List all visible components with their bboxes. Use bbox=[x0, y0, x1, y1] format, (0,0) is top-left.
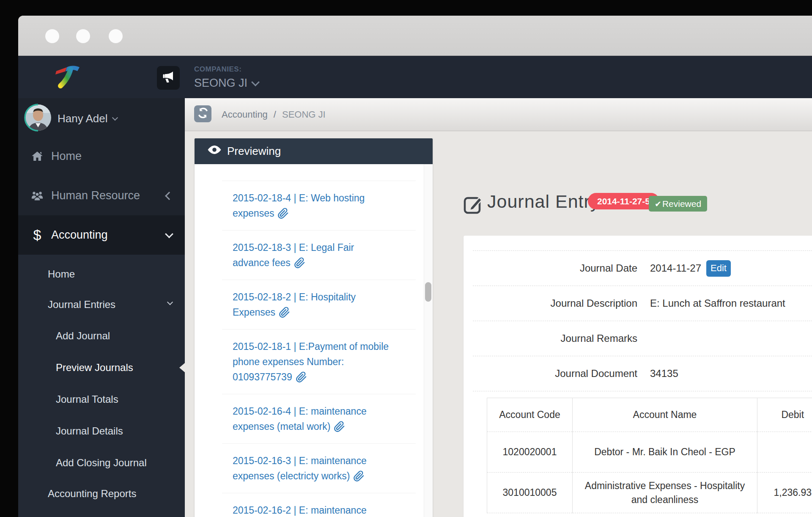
sidebar-item-label: Accounting bbox=[51, 228, 108, 242]
announcements-button[interactable] bbox=[157, 66, 180, 90]
paperclip-icon bbox=[294, 257, 305, 269]
field-label: Journal Remarks bbox=[473, 333, 637, 344]
megaphone-icon bbox=[162, 70, 175, 85]
chevron-down-icon bbox=[112, 115, 118, 121]
minimize-window-button[interactable] bbox=[76, 29, 90, 43]
table-header-row: Account Code Account Name Debit bbox=[487, 398, 812, 432]
journal-entry-panel: Journal Date 2014-11-27 Edit Journal Des… bbox=[464, 236, 812, 517]
list-item: 2015-02-18-4 | E: Web hosting expenses bbox=[222, 181, 416, 230]
table-row: 3010010005 Administrative Expenses - Hos… bbox=[487, 473, 812, 513]
sidebar-item-label: Add Closing Journal bbox=[56, 457, 147, 468]
users-icon bbox=[31, 190, 44, 202]
chevron-down-icon bbox=[165, 230, 173, 238]
sidebar-item-home[interactable]: Home bbox=[18, 137, 185, 176]
column-header-debit: Debit bbox=[757, 398, 812, 432]
column-header-account-name: Account Name bbox=[573, 398, 757, 432]
field-label: Journal Date bbox=[473, 262, 637, 274]
sidebar-item-add-journal[interactable]: Add Journal bbox=[18, 320, 185, 352]
paperclip-icon bbox=[334, 421, 345, 432]
sidebar-item-accounting-settings[interactable]: Accounting Settings bbox=[18, 509, 185, 517]
journal-link[interactable]: 2015-02-16-2 | E: maintenance bbox=[233, 505, 367, 516]
field-label: Journal Document bbox=[473, 368, 637, 380]
list-item: 2015-02-18-1 | E:Payment of mobile phone… bbox=[222, 329, 416, 394]
journal-date-value: 2014-11-27 bbox=[650, 262, 701, 274]
accounts-table: Account Code Account Name Debit 10200200… bbox=[487, 398, 812, 513]
journal-link-label: 2015-02-18-2 | E: Hospitality Expenses bbox=[233, 292, 356, 318]
sidebar-item-label: Preview Journals bbox=[56, 362, 133, 373]
chevron-down-icon bbox=[167, 299, 173, 305]
journal-link[interactable]: 2015-02-16-3 | E: maintenance expenses (… bbox=[233, 455, 367, 481]
journal-link-label: 2015-02-16-3 | E: maintenance expenses (… bbox=[233, 455, 367, 481]
journal-link-label: 2015-02-18-1 | E:Payment of mobile phone… bbox=[233, 341, 389, 382]
list-item: 2015-02-16-4 | E: maintenance expenses (… bbox=[222, 394, 416, 443]
sidebar-item-label: Journal Totals bbox=[56, 393, 118, 405]
check-icon: ✔ bbox=[655, 200, 661, 209]
form-row-journal-description: Journal Description E: Lunch at Saffron … bbox=[473, 286, 812, 321]
previewing-panel: Previewing 2015-02-18-4 | E: Web hosting… bbox=[195, 138, 433, 517]
journal-link-label: 2015-02-18-3 | E: Legal Fair advance fee… bbox=[233, 242, 354, 268]
sidebar-item-human-resource[interactable]: Human Resource bbox=[18, 176, 185, 215]
close-window-button[interactable] bbox=[45, 29, 59, 43]
sidebar-item-accounting[interactable]: $ Accounting bbox=[18, 215, 185, 255]
journal-link[interactable]: 2015-02-18-1 | E:Payment of mobile phone… bbox=[233, 341, 389, 382]
paperclip-icon bbox=[277, 208, 289, 219]
breadcrumb-page: SEONG JI bbox=[282, 109, 326, 120]
edit-button[interactable]: Edit bbox=[706, 260, 731, 277]
company-name: SEONG JI bbox=[194, 77, 247, 90]
column-header-account-code: Account Code bbox=[487, 398, 573, 432]
sidebar-item-journal-entries[interactable]: Journal Entries bbox=[18, 289, 185, 320]
list-item: 2015-02-16-3 | E: maintenance expenses (… bbox=[222, 443, 416, 493]
reviewed-label: Reviewed bbox=[662, 199, 701, 209]
journal-entry-header: Journal Entry 2014-11-27-5 ✔Reviewed bbox=[464, 190, 812, 221]
journal-description-value: E: Lunch at Saffron restaurant bbox=[650, 297, 785, 309]
list-item: 2015-02-18-2 | E: Hospitality Expenses bbox=[222, 280, 416, 329]
maximize-window-button[interactable] bbox=[109, 29, 123, 43]
eye-icon bbox=[207, 145, 222, 158]
chevron-down-icon bbox=[251, 78, 260, 86]
edit-square-icon bbox=[464, 194, 484, 216]
dollar-icon: $ bbox=[31, 227, 44, 243]
app-logo-icon[interactable] bbox=[54, 63, 82, 91]
main-content: Accounting / SEONG JI Previewing bbox=[185, 98, 812, 517]
sidebar-item-add-closing-journal[interactable]: Add Closing Journal bbox=[18, 447, 185, 478]
journal-link[interactable]: 2015-02-18-2 | E: Hospitality Expenses bbox=[233, 292, 356, 318]
sidebar-item-journal-details[interactable]: Journal Details bbox=[18, 415, 185, 447]
top-navbar: COMPANIES: SEONG JI bbox=[18, 56, 812, 98]
paperclip-icon bbox=[279, 307, 290, 318]
scrollbar-thumb[interactable] bbox=[425, 282, 431, 302]
journal-link[interactable]: 2015-02-18-3 | E: Legal Fair advance fee… bbox=[233, 242, 354, 268]
sidebar-item-label: Human Resource bbox=[51, 189, 140, 202]
form-row-journal-date: Journal Date 2014-11-27 Edit bbox=[473, 250, 812, 286]
journal-link[interactable]: 2015-02-16-4 | E: maintenance expenses (… bbox=[233, 406, 367, 432]
sidebar: Hany Adel Home bbox=[18, 98, 185, 517]
accounting-submenu: Home Journal Entries Add Journal Preview… bbox=[18, 255, 185, 517]
sidebar-item-label: Accounting Reports bbox=[48, 488, 136, 499]
table-row: 1020020001 Debtor - Mr. Baik In Cheol - … bbox=[487, 432, 812, 473]
list-item: 2015-02-16-2 | E: maintenance bbox=[222, 493, 416, 517]
sidebar-item-accounting-reports[interactable]: Accounting Reports bbox=[18, 478, 185, 509]
company-selector[interactable]: COMPANIES: SEONG JI bbox=[194, 65, 258, 90]
journal-link[interactable]: 2015-02-18-4 | E: Web hosting expenses bbox=[233, 192, 365, 219]
scrollbar-track[interactable] bbox=[424, 164, 433, 517]
user-menu[interactable]: Hany Adel bbox=[58, 112, 117, 125]
sidebar-item-label: Journal Details bbox=[56, 425, 123, 437]
refresh-button[interactable] bbox=[194, 105, 211, 122]
form-row-journal-remarks: Journal Remarks bbox=[473, 321, 812, 356]
sidebar-user-row: Hany Adel bbox=[18, 98, 185, 137]
sidebar-item-label: Add Journal bbox=[56, 330, 110, 341]
sidebar-item-label: Journal Entries bbox=[48, 299, 115, 310]
screen: COMPANIES: SEONG JI bbox=[0, 0, 812, 517]
avatar bbox=[24, 104, 52, 132]
breadcrumb-section[interactable]: Accounting bbox=[222, 109, 268, 120]
account-code-cell: 1020020001 bbox=[487, 432, 573, 473]
debit-cell: 1,236.93 bbox=[757, 473, 812, 513]
refresh-icon bbox=[198, 107, 208, 120]
sidebar-item-preview-journals[interactable]: Preview Journals bbox=[18, 352, 185, 383]
debit-cell bbox=[757, 432, 812, 473]
sidebar-item-journal-totals[interactable]: Journal Totals bbox=[18, 383, 185, 415]
sidebar-item-label: Home bbox=[51, 150, 82, 163]
sidebar-item-accounting-home[interactable]: Home bbox=[18, 259, 185, 289]
journal-document-value: 34135 bbox=[650, 368, 678, 380]
journal-link-label: 2015-02-16-2 | E: maintenance bbox=[233, 505, 367, 516]
form-row-journal-document: Journal Document 34135 bbox=[473, 356, 812, 391]
